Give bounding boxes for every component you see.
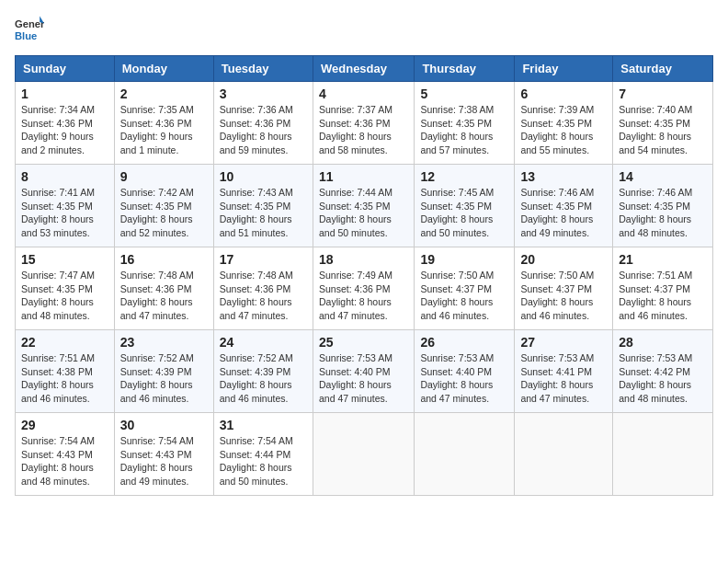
calendar-cell: 8 Sunrise: 7:41 AM Sunset: 4:35 PM Dayli… (16, 165, 115, 247)
calendar-cell: 13 Sunrise: 7:46 AM Sunset: 4:35 PM Dayl… (515, 165, 613, 247)
day-number: 16 (120, 252, 208, 267)
day-number: 27 (520, 335, 607, 350)
calendar-cell: 1 Sunrise: 7:34 AM Sunset: 4:36 PM Dayli… (16, 82, 115, 165)
calendar-cell: 28 Sunrise: 7:53 AM Sunset: 4:42 PM Dayl… (613, 330, 713, 413)
day-info: Sunrise: 7:52 AM Sunset: 4:39 PM Dayligh… (120, 351, 208, 406)
day-info: Sunrise: 7:48 AM Sunset: 4:36 PM Dayligh… (120, 269, 208, 323)
day-number: 19 (420, 252, 508, 267)
calendar-cell: 27 Sunrise: 7:53 AM Sunset: 4:41 PM Dayl… (515, 330, 613, 413)
day-info: Sunrise: 7:53 AM Sunset: 4:42 PM Dayligh… (619, 351, 707, 406)
day-info: Sunrise: 7:47 AM Sunset: 4:35 PM Dayligh… (21, 269, 108, 323)
calendar-cell: 24 Sunrise: 7:52 AM Sunset: 4:39 PM Dayl… (213, 330, 313, 413)
day-number: 5 (420, 86, 508, 101)
day-info: Sunrise: 7:41 AM Sunset: 4:35 PM Dayligh… (21, 186, 108, 240)
day-info: Sunrise: 7:42 AM Sunset: 4:35 PM Dayligh… (120, 186, 208, 240)
calendar-cell: 29 Sunrise: 7:54 AM Sunset: 4:43 PM Dayl… (16, 413, 115, 496)
day-info: Sunrise: 7:53 AM Sunset: 4:41 PM Dayligh… (520, 351, 607, 406)
day-info: Sunrise: 7:48 AM Sunset: 4:36 PM Dayligh… (220, 269, 307, 323)
calendar-cell: 9 Sunrise: 7:42 AM Sunset: 4:35 PM Dayli… (114, 165, 213, 247)
day-info: Sunrise: 7:53 AM Sunset: 4:40 PM Dayligh… (420, 351, 508, 406)
day-number: 28 (619, 335, 707, 350)
calendar-cell: 15 Sunrise: 7:47 AM Sunset: 4:35 PM Dayl… (16, 247, 115, 330)
day-info: Sunrise: 7:50 AM Sunset: 4:37 PM Dayligh… (420, 269, 508, 323)
weekday-header-tuesday: Tuesday (213, 56, 313, 82)
day-info: Sunrise: 7:54 AM Sunset: 4:44 PM Dayligh… (220, 434, 307, 488)
day-number: 10 (220, 169, 307, 184)
day-number: 14 (619, 169, 707, 184)
week-row-4: 22 Sunrise: 7:51 AM Sunset: 4:38 PM Dayl… (16, 330, 713, 413)
week-row-5: 29 Sunrise: 7:54 AM Sunset: 4:43 PM Dayl… (16, 413, 713, 496)
day-number: 20 (520, 252, 607, 267)
day-info: Sunrise: 7:46 AM Sunset: 4:35 PM Dayligh… (520, 186, 607, 240)
calendar-cell: 6 Sunrise: 7:39 AM Sunset: 4:35 PM Dayli… (515, 82, 613, 165)
day-number: 17 (220, 252, 307, 267)
weekday-header-sunday: Sunday (16, 56, 115, 82)
day-number: 8 (21, 169, 108, 184)
day-number: 25 (319, 335, 408, 350)
calendar-cell: 4 Sunrise: 7:37 AM Sunset: 4:36 PM Dayli… (313, 82, 414, 165)
weekday-header-friday: Friday (515, 56, 613, 82)
calendar-cell: 14 Sunrise: 7:46 AM Sunset: 4:35 PM Dayl… (613, 165, 713, 247)
day-info: Sunrise: 7:40 AM Sunset: 4:35 PM Dayligh… (619, 103, 707, 157)
calendar-cell: 31 Sunrise: 7:54 AM Sunset: 4:44 PM Dayl… (213, 413, 313, 496)
calendar-cell (415, 413, 515, 496)
calendar-cell: 20 Sunrise: 7:50 AM Sunset: 4:37 PM Dayl… (515, 247, 613, 330)
day-number: 31 (220, 418, 307, 432)
page-header: General Blue (15, 15, 713, 44)
day-info: Sunrise: 7:43 AM Sunset: 4:35 PM Dayligh… (220, 186, 307, 240)
calendar-cell: 30 Sunrise: 7:54 AM Sunset: 4:43 PM Dayl… (114, 413, 213, 496)
calendar-cell (515, 413, 613, 496)
day-info: Sunrise: 7:45 AM Sunset: 4:35 PM Dayligh… (420, 186, 508, 240)
day-number: 2 (120, 86, 208, 101)
day-number: 6 (520, 86, 607, 101)
calendar-cell: 18 Sunrise: 7:49 AM Sunset: 4:36 PM Dayl… (313, 247, 414, 330)
weekday-header-monday: Monday (114, 56, 213, 82)
day-info: Sunrise: 7:35 AM Sunset: 4:36 PM Dayligh… (120, 103, 208, 157)
calendar-cell: 3 Sunrise: 7:36 AM Sunset: 4:36 PM Dayli… (213, 82, 313, 165)
day-number: 7 (619, 86, 707, 101)
day-number: 11 (319, 169, 408, 184)
weekday-header-row: SundayMondayTuesdayWednesdayThursdayFrid… (16, 56, 713, 82)
calendar-cell: 19 Sunrise: 7:50 AM Sunset: 4:37 PM Dayl… (415, 247, 515, 330)
day-info: Sunrise: 7:52 AM Sunset: 4:39 PM Dayligh… (220, 351, 307, 406)
day-info: Sunrise: 7:51 AM Sunset: 4:38 PM Dayligh… (21, 351, 108, 406)
day-info: Sunrise: 7:53 AM Sunset: 4:40 PM Dayligh… (319, 351, 408, 406)
day-number: 21 (619, 252, 707, 267)
week-row-3: 15 Sunrise: 7:47 AM Sunset: 4:35 PM Dayl… (16, 247, 713, 330)
day-info: Sunrise: 7:54 AM Sunset: 4:43 PM Dayligh… (21, 434, 108, 488)
day-number: 30 (120, 418, 208, 432)
day-number: 13 (520, 169, 607, 184)
day-info: Sunrise: 7:37 AM Sunset: 4:36 PM Dayligh… (319, 103, 408, 157)
day-number: 24 (220, 335, 307, 350)
logo: General Blue (15, 15, 48, 44)
day-number: 9 (120, 169, 208, 184)
day-info: Sunrise: 7:46 AM Sunset: 4:35 PM Dayligh… (619, 186, 707, 240)
day-info: Sunrise: 7:54 AM Sunset: 4:43 PM Dayligh… (120, 434, 208, 488)
calendar-cell: 12 Sunrise: 7:45 AM Sunset: 4:35 PM Dayl… (415, 165, 515, 247)
day-number: 18 (319, 252, 408, 267)
week-row-2: 8 Sunrise: 7:41 AM Sunset: 4:35 PM Dayli… (16, 165, 713, 247)
calendar-cell: 23 Sunrise: 7:52 AM Sunset: 4:39 PM Dayl… (114, 330, 213, 413)
day-number: 29 (21, 418, 108, 432)
calendar-cell: 2 Sunrise: 7:35 AM Sunset: 4:36 PM Dayli… (114, 82, 213, 165)
weekday-header-wednesday: Wednesday (313, 56, 414, 82)
calendar-cell: 17 Sunrise: 7:48 AM Sunset: 4:36 PM Dayl… (213, 247, 313, 330)
day-number: 22 (21, 335, 108, 350)
day-number: 26 (420, 335, 508, 350)
calendar-table: SundayMondayTuesdayWednesdayThursdayFrid… (15, 55, 713, 496)
calendar-cell (613, 413, 713, 496)
calendar-cell: 21 Sunrise: 7:51 AM Sunset: 4:37 PM Dayl… (613, 247, 713, 330)
day-info: Sunrise: 7:49 AM Sunset: 4:36 PM Dayligh… (319, 269, 408, 323)
weekday-header-thursday: Thursday (415, 56, 515, 82)
day-number: 23 (120, 335, 208, 350)
day-number: 1 (21, 86, 108, 101)
day-info: Sunrise: 7:50 AM Sunset: 4:37 PM Dayligh… (520, 269, 607, 323)
calendar-cell: 22 Sunrise: 7:51 AM Sunset: 4:38 PM Dayl… (16, 330, 115, 413)
day-number: 4 (319, 86, 408, 101)
calendar-cell: 5 Sunrise: 7:38 AM Sunset: 4:35 PM Dayli… (415, 82, 515, 165)
day-number: 15 (21, 252, 108, 267)
calendar-cell: 10 Sunrise: 7:43 AM Sunset: 4:35 PM Dayl… (213, 165, 313, 247)
day-info: Sunrise: 7:34 AM Sunset: 4:36 PM Dayligh… (21, 103, 108, 157)
day-info: Sunrise: 7:38 AM Sunset: 4:35 PM Dayligh… (420, 103, 508, 157)
calendar-cell (313, 413, 414, 496)
